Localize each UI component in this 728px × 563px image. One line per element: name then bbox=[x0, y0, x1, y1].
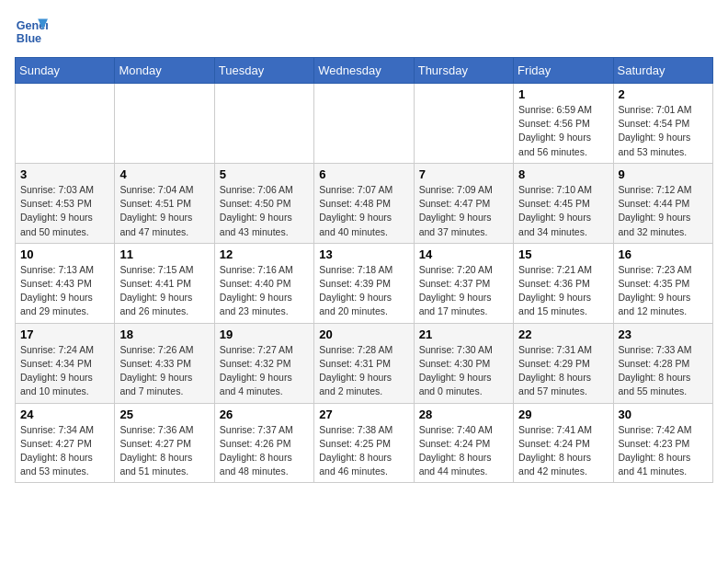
day-number: 18 bbox=[119, 327, 209, 341]
header: General Blue bbox=[15, 15, 713, 48]
day-number: 22 bbox=[518, 327, 608, 341]
weekday-header: Saturday bbox=[613, 58, 712, 84]
calendar-cell: 9Sunrise: 7:12 AM Sunset: 4:44 PM Daylig… bbox=[613, 163, 712, 243]
day-number: 5 bbox=[220, 167, 309, 181]
day-info: Sunrise: 7:09 AM Sunset: 4:47 PM Dayligh… bbox=[419, 183, 508, 239]
calendar-cell bbox=[414, 84, 513, 164]
day-info: Sunrise: 7:01 AM Sunset: 4:54 PM Dayligh… bbox=[619, 103, 708, 159]
day-number: 12 bbox=[220, 247, 309, 261]
day-info: Sunrise: 7:30 AM Sunset: 4:30 PM Dayligh… bbox=[419, 343, 508, 399]
calendar-cell bbox=[314, 84, 414, 164]
day-number: 28 bbox=[419, 408, 508, 421]
day-number: 27 bbox=[319, 408, 408, 421]
day-info: Sunrise: 7:15 AM Sunset: 4:41 PM Dayligh… bbox=[119, 263, 209, 319]
weekday-header: Wednesday bbox=[314, 58, 414, 84]
calendar-cell: 17Sunrise: 7:24 AM Sunset: 4:34 PM Dayli… bbox=[16, 323, 115, 403]
day-info: Sunrise: 7:03 AM Sunset: 4:53 PM Dayligh… bbox=[20, 183, 109, 239]
calendar-cell: 28Sunrise: 7:40 AM Sunset: 4:24 PM Dayli… bbox=[414, 403, 513, 483]
logo: General Blue bbox=[15, 15, 48, 48]
day-number: 24 bbox=[20, 408, 109, 421]
calendar-cell: 12Sunrise: 7:16 AM Sunset: 4:40 PM Dayli… bbox=[214, 243, 313, 323]
calendar-cell: 21Sunrise: 7:30 AM Sunset: 4:30 PM Dayli… bbox=[414, 323, 513, 403]
day-info: Sunrise: 7:23 AM Sunset: 4:35 PM Dayligh… bbox=[619, 263, 708, 319]
calendar-cell: 13Sunrise: 7:18 AM Sunset: 4:39 PM Dayli… bbox=[314, 243, 414, 323]
calendar-cell: 3Sunrise: 7:03 AM Sunset: 4:53 PM Daylig… bbox=[16, 163, 115, 243]
calendar-cell bbox=[214, 84, 313, 164]
day-info: Sunrise: 7:24 AM Sunset: 4:34 PM Dayligh… bbox=[20, 343, 109, 399]
calendar-cell: 5Sunrise: 7:06 AM Sunset: 4:50 PM Daylig… bbox=[214, 163, 313, 243]
day-info: Sunrise: 7:20 AM Sunset: 4:37 PM Dayligh… bbox=[419, 263, 508, 319]
calendar-week: 17Sunrise: 7:24 AM Sunset: 4:34 PM Dayli… bbox=[16, 323, 713, 403]
calendar-cell: 6Sunrise: 7:07 AM Sunset: 4:48 PM Daylig… bbox=[314, 163, 414, 243]
day-info: Sunrise: 7:28 AM Sunset: 4:31 PM Dayligh… bbox=[319, 343, 408, 399]
day-number: 10 bbox=[20, 247, 109, 261]
day-number: 6 bbox=[319, 167, 408, 181]
calendar-cell: 11Sunrise: 7:15 AM Sunset: 4:41 PM Dayli… bbox=[115, 243, 214, 323]
day-number: 1 bbox=[518, 87, 608, 101]
day-info: Sunrise: 6:59 AM Sunset: 4:56 PM Dayligh… bbox=[518, 103, 608, 159]
day-number: 11 bbox=[119, 247, 209, 261]
calendar-cell bbox=[16, 84, 115, 164]
calendar-cell: 20Sunrise: 7:28 AM Sunset: 4:31 PM Dayli… bbox=[314, 323, 414, 403]
day-info: Sunrise: 7:36 AM Sunset: 4:27 PM Dayligh… bbox=[119, 423, 209, 479]
calendar-cell: 23Sunrise: 7:33 AM Sunset: 4:28 PM Dayli… bbox=[613, 323, 712, 403]
day-number: 3 bbox=[20, 167, 109, 181]
calendar-cell: 25Sunrise: 7:36 AM Sunset: 4:27 PM Dayli… bbox=[115, 403, 214, 483]
day-number: 4 bbox=[119, 167, 209, 181]
calendar-cell: 4Sunrise: 7:04 AM Sunset: 4:51 PM Daylig… bbox=[115, 163, 214, 243]
day-number: 9 bbox=[619, 167, 708, 181]
calendar-cell: 29Sunrise: 7:41 AM Sunset: 4:24 PM Dayli… bbox=[514, 403, 613, 483]
svg-text:Blue: Blue bbox=[17, 32, 41, 45]
day-number: 16 bbox=[619, 247, 708, 261]
calendar-week: 3Sunrise: 7:03 AM Sunset: 4:53 PM Daylig… bbox=[16, 163, 713, 243]
day-number: 23 bbox=[619, 327, 708, 341]
weekday-header: Friday bbox=[514, 58, 613, 84]
calendar-cell: 10Sunrise: 7:13 AM Sunset: 4:43 PM Dayli… bbox=[16, 243, 115, 323]
weekday-header: Sunday bbox=[16, 58, 115, 84]
weekday-header: Thursday bbox=[414, 58, 513, 84]
calendar: SundayMondayTuesdayWednesdayThursdayFrid… bbox=[15, 57, 713, 483]
calendar-cell bbox=[115, 84, 214, 164]
calendar-week: 24Sunrise: 7:34 AM Sunset: 4:27 PM Dayli… bbox=[16, 403, 713, 483]
calendar-cell: 8Sunrise: 7:10 AM Sunset: 4:45 PM Daylig… bbox=[514, 163, 613, 243]
day-info: Sunrise: 7:38 AM Sunset: 4:25 PM Dayligh… bbox=[319, 423, 408, 479]
day-info: Sunrise: 7:40 AM Sunset: 4:24 PM Dayligh… bbox=[419, 423, 508, 479]
calendar-cell: 26Sunrise: 7:37 AM Sunset: 4:26 PM Dayli… bbox=[214, 403, 313, 483]
calendar-header: SundayMondayTuesdayWednesdayThursdayFrid… bbox=[16, 58, 713, 84]
calendar-week: 1Sunrise: 6:59 AM Sunset: 4:56 PM Daylig… bbox=[16, 84, 713, 164]
weekday-header: Tuesday bbox=[214, 58, 313, 84]
day-info: Sunrise: 7:16 AM Sunset: 4:40 PM Dayligh… bbox=[220, 263, 309, 319]
day-info: Sunrise: 7:12 AM Sunset: 4:44 PM Dayligh… bbox=[619, 183, 708, 239]
day-info: Sunrise: 7:10 AM Sunset: 4:45 PM Dayligh… bbox=[518, 183, 608, 239]
day-info: Sunrise: 7:31 AM Sunset: 4:29 PM Dayligh… bbox=[518, 343, 608, 399]
day-info: Sunrise: 7:27 AM Sunset: 4:32 PM Dayligh… bbox=[220, 343, 309, 399]
day-number: 29 bbox=[518, 408, 608, 421]
calendar-cell: 30Sunrise: 7:42 AM Sunset: 4:23 PM Dayli… bbox=[613, 403, 712, 483]
day-number: 14 bbox=[419, 247, 508, 261]
day-number: 20 bbox=[319, 327, 408, 341]
day-info: Sunrise: 7:34 AM Sunset: 4:27 PM Dayligh… bbox=[20, 423, 109, 479]
day-info: Sunrise: 7:21 AM Sunset: 4:36 PM Dayligh… bbox=[518, 263, 608, 319]
calendar-cell: 15Sunrise: 7:21 AM Sunset: 4:36 PM Dayli… bbox=[514, 243, 613, 323]
day-number: 8 bbox=[518, 167, 608, 181]
calendar-cell: 27Sunrise: 7:38 AM Sunset: 4:25 PM Dayli… bbox=[314, 403, 414, 483]
day-number: 25 bbox=[119, 408, 209, 421]
day-number: 2 bbox=[619, 87, 708, 101]
calendar-cell: 1Sunrise: 6:59 AM Sunset: 4:56 PM Daylig… bbox=[514, 84, 613, 164]
day-info: Sunrise: 7:18 AM Sunset: 4:39 PM Dayligh… bbox=[319, 263, 408, 319]
day-info: Sunrise: 7:04 AM Sunset: 4:51 PM Dayligh… bbox=[119, 183, 209, 239]
day-number: 13 bbox=[319, 247, 408, 261]
day-info: Sunrise: 7:37 AM Sunset: 4:26 PM Dayligh… bbox=[220, 423, 309, 479]
day-info: Sunrise: 7:42 AM Sunset: 4:23 PM Dayligh… bbox=[619, 423, 708, 479]
day-info: Sunrise: 7:26 AM Sunset: 4:33 PM Dayligh… bbox=[119, 343, 209, 399]
calendar-cell: 18Sunrise: 7:26 AM Sunset: 4:33 PM Dayli… bbox=[115, 323, 214, 403]
day-info: Sunrise: 7:33 AM Sunset: 4:28 PM Dayligh… bbox=[619, 343, 708, 399]
calendar-cell: 22Sunrise: 7:31 AM Sunset: 4:29 PM Dayli… bbox=[514, 323, 613, 403]
day-info: Sunrise: 7:07 AM Sunset: 4:48 PM Dayligh… bbox=[319, 183, 408, 239]
calendar-cell: 24Sunrise: 7:34 AM Sunset: 4:27 PM Dayli… bbox=[16, 403, 115, 483]
calendar-cell: 7Sunrise: 7:09 AM Sunset: 4:47 PM Daylig… bbox=[414, 163, 513, 243]
day-number: 26 bbox=[220, 408, 309, 421]
day-info: Sunrise: 7:41 AM Sunset: 4:24 PM Dayligh… bbox=[518, 423, 608, 479]
day-number: 7 bbox=[419, 167, 508, 181]
day-number: 19 bbox=[220, 327, 309, 341]
